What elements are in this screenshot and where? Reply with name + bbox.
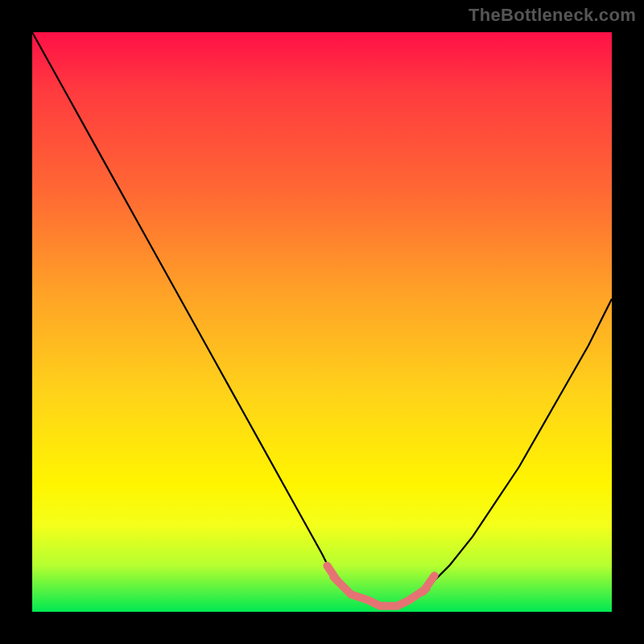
curve-highlight <box>333 577 426 606</box>
highlight-tick-right <box>423 576 435 592</box>
bottleneck-curve <box>32 32 612 606</box>
curve-svg <box>32 32 612 612</box>
highlight-tick-left <box>327 566 336 580</box>
plot-area <box>32 32 612 612</box>
chart-frame: TheBottleneck.com <box>0 0 644 644</box>
watermark-text: TheBottleneck.com <box>469 5 636 26</box>
